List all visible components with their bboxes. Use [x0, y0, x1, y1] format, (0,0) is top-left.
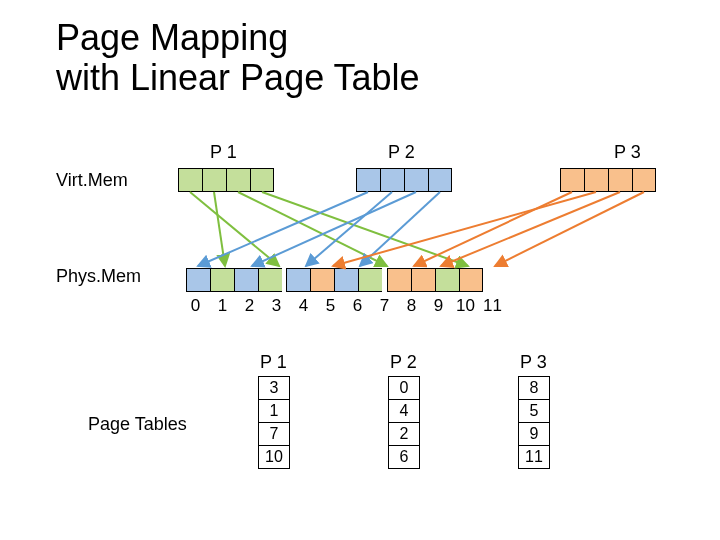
pt-p2-label: P 2 — [390, 352, 417, 373]
title-line-2: with Linear Page Table — [56, 57, 420, 98]
svg-line-8 — [306, 192, 392, 266]
svg-line-11 — [414, 192, 572, 266]
phys-index-row: 01234567891011 — [182, 296, 506, 316]
svg-line-14 — [495, 192, 644, 266]
page-title: Page Mapping with Linear Page Table — [56, 18, 420, 99]
svg-line-10 — [360, 192, 440, 266]
virt-p1-label: P 1 — [210, 142, 237, 163]
virt-row-p3 — [560, 168, 656, 192]
svg-line-13 — [441, 192, 620, 266]
svg-line-7 — [198, 192, 368, 266]
svg-line-12 — [333, 192, 596, 266]
svg-line-9 — [252, 192, 416, 266]
phys-row — [186, 268, 483, 292]
page-table-p1: 3 1 7 10 — [258, 376, 290, 469]
phys-mem-label: Phys.Mem — [56, 266, 141, 287]
page-table-p3: 8 5 9 11 — [518, 376, 550, 469]
svg-line-4 — [214, 192, 225, 266]
page-tables-label: Page Tables — [88, 414, 187, 435]
virt-p3-label: P 3 — [614, 142, 641, 163]
virt-row-p1 — [178, 168, 274, 192]
page-table-p2: 0 4 2 6 — [388, 376, 420, 469]
pt-p1-label: P 1 — [260, 352, 287, 373]
svg-line-3 — [190, 192, 279, 266]
virt-row-p2 — [356, 168, 452, 192]
pt-p3-label: P 3 — [520, 352, 547, 373]
svg-line-5 — [238, 192, 387, 266]
virt-mem-label: Virt.Mem — [56, 170, 128, 191]
title-line-1: Page Mapping — [56, 17, 288, 58]
svg-line-6 — [262, 192, 468, 266]
virt-p2-label: P 2 — [388, 142, 415, 163]
